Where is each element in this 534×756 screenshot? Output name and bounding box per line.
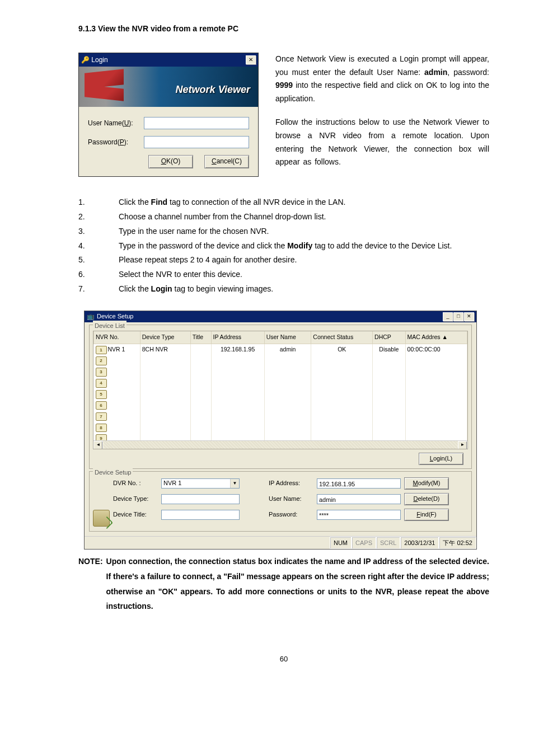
login-dialog: 🔑 Login ✕ Network Viewer User Name(U): P… [78, 53, 259, 177]
device-setup-legend: Device Setup [93, 467, 133, 478]
p1-b3: 9999 [275, 81, 293, 90]
login-banner: Network Viewer [79, 67, 258, 107]
password-label: Password(P): [88, 137, 144, 148]
step-item: 3.Type in the user name for the chosen N… [78, 225, 489, 238]
step-item: 5.Please repeat steps 2 to 4 again for a… [78, 253, 489, 267]
delete-button[interactable]: Delete(D) [404, 493, 449, 505]
device-table: NVR No.Device TypeTitleIP AddressUser Na… [93, 331, 467, 449]
scroll-right-icon[interactable]: ► [458, 441, 467, 449]
chevron-down-icon[interactable]: ▼ [230, 479, 239, 488]
flag-icon [85, 71, 124, 102]
table-row[interactable]: 8 [94, 422, 467, 433]
para-2: Follow the instructions below to use the… [275, 116, 489, 169]
ok-button[interactable]: OK(O) [148, 155, 193, 168]
password-input[interactable] [144, 136, 249, 148]
section-heading: 9.1.3 View the NVR video from a remote P… [78, 22, 489, 36]
top-row: 🔑 Login ✕ Network Viewer User Name(U): P… [78, 53, 489, 179]
p1-b1: admin [424, 68, 447, 77]
note-label: NOTE: [78, 554, 106, 613]
window-controls: _ □ ✕ [443, 312, 474, 321]
minimize-icon[interactable]: _ [443, 312, 453, 321]
password-label: Password: [269, 509, 313, 520]
col-header[interactable]: NVR No. [94, 331, 140, 344]
close-icon[interactable]: ✕ [246, 55, 256, 64]
device-setup-grid: DVR No. : NVR 1 ▼ IP Address: 192.168.1.… [93, 477, 468, 528]
table-row[interactable]: 6 [94, 400, 467, 411]
banner-text: Network Viewer [176, 81, 250, 98]
login-title-text: Login [91, 56, 107, 64]
dvr-no-value: NVR 1 [163, 478, 181, 489]
device-type-label: Device Type: [113, 494, 158, 504]
username-input[interactable] [144, 117, 249, 129]
note-body: Upon connection, the connection status b… [106, 554, 489, 613]
table-row[interactable]: 3 [94, 366, 467, 377]
find-button[interactable]: Find(F) [404, 509, 449, 521]
p1-t2: , password: [447, 68, 489, 77]
para-1: Once Network View is executed a Login pr… [275, 53, 489, 106]
modify-button[interactable]: Modify(M) [404, 477, 449, 490]
step-number: 6. [78, 268, 119, 281]
horizontal-scrollbar[interactable]: ◄ ► [93, 440, 467, 449]
col-header[interactable]: Title [190, 331, 211, 344]
col-header[interactable]: Device Type [140, 331, 190, 344]
step-text: Select the NVR to enter this device. [119, 268, 242, 281]
table-row[interactable]: 7 [94, 411, 467, 422]
status-num: NUM [330, 537, 352, 550]
steps-list: 1.Click the Find tag to connection of th… [78, 196, 489, 296]
device-list-legend: Device List [93, 321, 127, 331]
table-row[interactable]: 2 [94, 355, 467, 366]
scroll-track[interactable] [103, 441, 458, 449]
col-header[interactable]: User Name [264, 331, 311, 344]
side-text: Once Network View is executed a Login pr… [275, 53, 489, 179]
status-date: 2003/12/31 [400, 537, 439, 550]
login-body: User Name(U): Password(P): OK(O) Cancel(… [79, 107, 258, 176]
maximize-icon[interactable]: □ [453, 312, 463, 321]
col-header[interactable]: MAC Addres ▲ [405, 331, 467, 344]
step-text: Type in the user name for the chosen NVR… [119, 225, 269, 238]
login-button-row: Login(L) [93, 453, 463, 465]
step-number: 7. [78, 283, 119, 296]
table-body: 1NVR 18CH NVR192.168.1.95adminOKDisable0… [94, 344, 467, 449]
col-header[interactable]: IP Address [211, 331, 264, 344]
table-row[interactable]: 4 [94, 377, 467, 388]
device-type-input[interactable] [161, 494, 240, 504]
step-item: 7.Click the Login tag to begin viewing i… [78, 283, 489, 296]
username-input[interactable]: admin [317, 494, 401, 504]
device-icon [93, 510, 110, 527]
username-label: User Name(U): [88, 118, 144, 129]
step-number: 1. [78, 196, 119, 209]
username-label: User Name: [269, 494, 313, 504]
device-title-input[interactable] [161, 510, 240, 520]
step-item: 1.Click the Find tag to connection of th… [78, 196, 489, 209]
step-item: 6.Select the NVR to enter this device. [78, 268, 489, 281]
p1-t4: into the respective field and click on O… [275, 81, 489, 103]
status-caps: CAPS [352, 537, 376, 550]
password-row: Password(P): [88, 136, 249, 148]
scroll-left-icon[interactable]: ◄ [93, 441, 103, 449]
step-item: 2.Choose a channel number from the Chann… [78, 210, 489, 224]
col-header[interactable]: DHCP [373, 331, 406, 344]
status-scrl: SCRL [376, 537, 400, 550]
username-row: User Name(U): [88, 117, 249, 129]
step-text: Type in the password of the device and c… [119, 240, 452, 253]
device-table-wrap: NVR No.Device TypeTitleIP AddressUser Na… [93, 331, 468, 449]
close-window-icon[interactable]: ✕ [464, 312, 474, 321]
step-text: Click the Find tag to connection of the … [119, 196, 345, 209]
table-row[interactable]: 5 [94, 388, 467, 400]
step-text: Choose a channel number from the Channel… [119, 210, 326, 224]
page-number: 60 [78, 653, 489, 665]
dvr-no-select[interactable]: NVR 1 ▼ [161, 478, 240, 489]
table-row[interactable]: 1NVR 18CH NVR192.168.1.95adminOKDisable0… [94, 344, 467, 355]
login-buttons: OK(O) Cancel(C) [88, 155, 249, 168]
login-titlebar: 🔑 Login ✕ [79, 53, 258, 67]
ip-address-input[interactable]: 192.168.1.95 [317, 478, 401, 489]
password-input[interactable]: **** [317, 510, 401, 520]
cancel-button[interactable]: Cancel(C) [204, 155, 249, 168]
login-button[interactable]: Login(L) [419, 453, 463, 465]
col-header[interactable]: Connect Status [311, 331, 373, 344]
step-number: 4. [78, 240, 119, 253]
nvr-icon-cell [93, 510, 110, 527]
step-text: Click the Login tag to begin viewing ima… [119, 283, 273, 296]
step-text: Please repeat steps 2 to 4 again for ano… [119, 253, 297, 267]
step-number: 2. [78, 210, 119, 224]
